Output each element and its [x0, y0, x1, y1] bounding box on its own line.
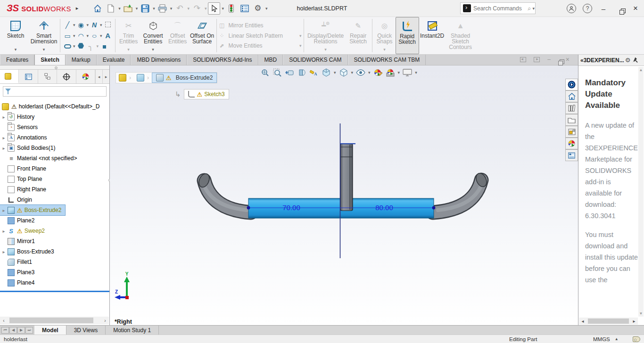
pin-icon[interactable] — [632, 57, 638, 63]
tab-home[interactable] — [565, 90, 578, 102]
show-right-pane-icon[interactable] — [534, 57, 540, 62]
tree-item-plane4[interactable]: Plane4 — [0, 278, 109, 288]
tab-3d-views[interactable]: 3D Views — [66, 326, 106, 335]
tree-item-front-plane[interactable]: Front Plane — [0, 163, 109, 174]
display-delete-relations-command[interactable]: ┷◍ Display/Delete Relations ▾ — [305, 17, 346, 54]
rollback-bar[interactable] — [0, 291, 109, 292]
line-tool[interactable]: ╱ — [63, 21, 72, 29]
tag-icon[interactable] — [633, 336, 640, 342]
gear-icon[interactable]: ⚙ — [625, 57, 631, 64]
tab-file-explorer[interactable] — [565, 114, 578, 126]
home-button[interactable] — [91, 2, 104, 15]
next-tab-button[interactable]: ▶ — [17, 327, 25, 334]
apply-scene-button[interactable] — [385, 67, 396, 78]
first-tab-button[interactable]: ⏮ — [1, 327, 9, 334]
scroll-right-icon[interactable]: › — [101, 318, 109, 323]
property-manager-tab[interactable] — [19, 70, 38, 83]
tree-item-plane2[interactable]: Plane2 — [0, 215, 109, 226]
graphics-viewport[interactable]: › › ⚠ Boss-Extrude2 ↳ ⚠ Sketch3 — [110, 65, 578, 325]
search-dropdown-caret[interactable]: ▾ — [532, 6, 535, 11]
hide-show-items-button[interactable] — [355, 67, 366, 78]
featuremanager-design-tree-tab[interactable] — [0, 70, 19, 83]
smart-dimension-command[interactable]: ⇱ Smart Dimension ▾ — [29, 17, 58, 54]
rectangle-tool[interactable]: ▭ — [63, 32, 72, 40]
tree-item-right-plane[interactable]: Right Plane — [0, 184, 109, 195]
scrollbar-thumb[interactable] — [9, 318, 93, 323]
tab-evaluate[interactable]: Evaluate — [97, 55, 131, 65]
task-pane-horizontal-scrollbar[interactable]: ◂ ▸ — [579, 318, 638, 325]
tree-item-boss-extrude3[interactable]: ▸ Boss-Extrude3 — [0, 246, 109, 257]
edit-appearance-button[interactable] — [373, 67, 383, 78]
view-settings-button[interactable] — [402, 67, 413, 78]
text-tool[interactable]: A — [103, 32, 113, 40]
options-list-button[interactable] — [239, 2, 251, 15]
tab-markup[interactable]: Markup — [66, 55, 97, 65]
quick-snaps-command[interactable]: ◎ Quick Snaps ▾ — [374, 17, 396, 54]
point-tool[interactable] — [99, 42, 109, 50]
dropdown-caret[interactable]: ▾ — [187, 6, 190, 11]
expander-icon[interactable]: ▸ — [0, 135, 8, 140]
move-entities-command[interactable]: ⬈Move Entities▾ — [218, 41, 302, 50]
ellipse-tool[interactable]: ○ — [88, 32, 100, 40]
instant2d-command[interactable]: Instant2D — [419, 17, 446, 54]
circle-tool[interactable]: ◉ — [76, 21, 86, 29]
tree-horizontal-scrollbar[interactable]: ‹ › — [0, 317, 109, 324]
configuration-manager-tab[interactable] — [38, 70, 57, 83]
mirror-entities-command[interactable]: ◫Mirror Entities — [218, 21, 302, 30]
zoom-to-fit-button[interactable] — [260, 67, 270, 78]
dropdown-caret[interactable]: ▾ — [118, 6, 121, 11]
save-button[interactable] — [139, 2, 151, 15]
minimize-button[interactable]: – — [599, 5, 608, 13]
expander-icon[interactable]: ▸ — [0, 146, 8, 151]
zoom-to-area-button[interactable] — [272, 67, 282, 78]
tree-item-plane3[interactable]: Plane3 — [0, 267, 109, 278]
search-commands-box[interactable]: ⌕ ▾ — [460, 2, 536, 14]
select-button[interactable] — [208, 2, 220, 15]
expander-icon[interactable]: ▸ — [0, 208, 8, 213]
convert-entities-command[interactable]: Convert Entities ▾ — [140, 17, 166, 54]
repair-sketch-command[interactable]: ✎ Repair Sketch — [346, 17, 371, 54]
tree-item-top-plane[interactable]: Top Plane — [0, 174, 109, 184]
panel-splitter[interactable] — [0, 65, 109, 70]
rebuild-button[interactable] — [225, 2, 238, 15]
spline-tool[interactable]: N — [90, 21, 99, 29]
task-pane-vertical-scrollbar[interactable]: ▲ ▼ — [638, 67, 644, 317]
arc-tool[interactable]: ◠ — [76, 32, 86, 40]
dropdown-caret[interactable]: ▾ — [43, 47, 45, 52]
breadcrumb-part[interactable]: › — [116, 73, 134, 83]
previous-view-button[interactable] — [284, 67, 295, 78]
tree-item-origin[interactable]: Origin — [0, 195, 109, 205]
scroll-left-icon[interactable]: ‹ — [0, 318, 8, 323]
tab-solidworks-cam-tbm[interactable]: SOLIDWORKS CAM TBM — [348, 55, 426, 65]
new-document-button[interactable] — [105, 2, 117, 15]
status-units[interactable]: MMGS ▲ — [593, 336, 619, 342]
tree-item-fillet1[interactable]: Fillet1 — [0, 257, 109, 267]
account-button[interactable] — [567, 4, 576, 13]
view-orientation-button[interactable] — [321, 67, 331, 78]
search-icon[interactable]: ⌕ — [528, 5, 531, 12]
tab-design-library[interactable] — [565, 102, 578, 114]
logo-flyout-arrow[interactable]: ▸ — [76, 5, 79, 11]
tree-root[interactable]: ⚠ holderlast (Default<<Default>_D — [0, 101, 109, 112]
fm-tabs-scroll-right[interactable]: ▸ — [102, 70, 109, 83]
tab-solidworks-add-ins[interactable]: SOLIDWORKS Add-Ins — [187, 55, 258, 65]
dropdown-caret[interactable]: ▾ — [15, 47, 17, 52]
tab-mbd[interactable]: MBD — [258, 55, 283, 65]
tab-motion-study-1[interactable]: Motion Study 1 — [106, 326, 159, 335]
tree-item-mirror1[interactable]: Mirror1 — [0, 236, 109, 246]
dropdown-caret[interactable]: ▾ — [205, 6, 207, 11]
redo-button[interactable]: ↷ — [191, 2, 203, 15]
print-button[interactable] — [157, 2, 169, 15]
selection-box-tool[interactable] — [103, 21, 113, 29]
tab-features[interactable]: Features — [0, 55, 34, 65]
fm-tabs-scroll-left[interactable]: ◂ — [95, 70, 102, 83]
trim-entities-command[interactable]: ✂ Trim Entities ▾ — [117, 17, 140, 54]
dropdown-caret[interactable]: ▾ — [222, 6, 224, 11]
prev-tab-button[interactable]: ◀ — [9, 327, 17, 334]
linear-sketch-pattern-command[interactable]: ⁘Linear Sketch Pattern▾ — [218, 32, 302, 40]
offset-on-surface-command[interactable]: Offset On Surface — [190, 17, 215, 54]
expander-icon[interactable]: ▸ — [0, 114, 8, 120]
help-button[interactable]: ? — [583, 4, 592, 13]
tree-item-material[interactable]: ≡ Material <not specified> — [0, 153, 109, 163]
tab-sketch[interactable]: Sketch — [34, 55, 65, 65]
